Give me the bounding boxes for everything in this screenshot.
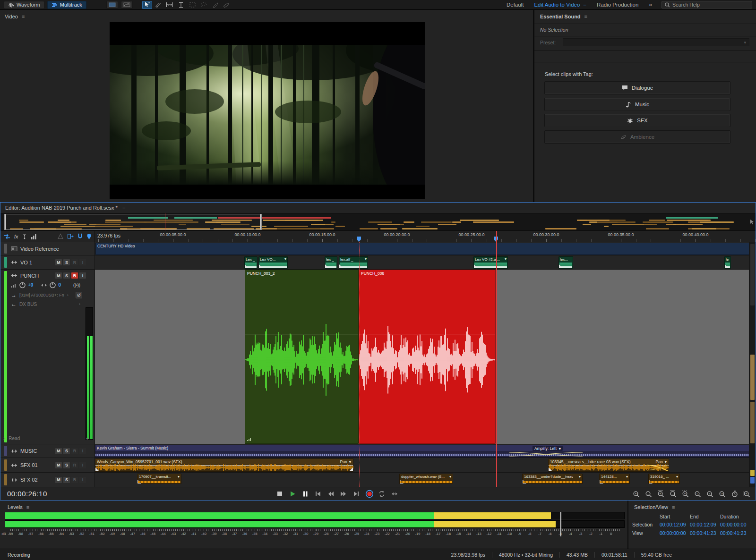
vo-clip[interactable]: lex... xyxy=(558,256,573,269)
snap-clip-icon[interactable] xyxy=(67,233,74,239)
stop-button[interactable] xyxy=(276,490,284,498)
zoom-in-left-edge-button[interactable]: ‹ xyxy=(694,490,702,498)
text-tool[interactable] xyxy=(176,1,186,9)
solo-button[interactable]: S xyxy=(63,448,70,454)
zoom-out-full-button[interactable]: – xyxy=(669,490,677,498)
fade-handle-icon[interactable] xyxy=(245,264,249,268)
chevron-down-icon[interactable]: ▾ xyxy=(284,257,286,261)
workspace-edit-audio-to-video[interactable]: Edit Audio to Video ≡ xyxy=(534,2,586,8)
fade-handle-icon[interactable] xyxy=(325,264,329,268)
view-duration[interactable]: 00:00:41:23 xyxy=(720,530,753,536)
phase-invert-button[interactable]: Ø xyxy=(76,292,82,298)
mute-button[interactable]: M xyxy=(55,448,62,454)
sfx-clip[interactable]: 144128...▾ xyxy=(599,474,630,484)
marker-pin-icon[interactable] xyxy=(86,233,92,239)
panel-menu-icon[interactable]: ≡ xyxy=(584,14,587,19)
waveform-view-button[interactable]: Waveform xyxy=(4,1,44,9)
healing-brush-tool[interactable] xyxy=(222,1,232,9)
lasso-tool[interactable] xyxy=(199,1,209,9)
sfx-clip[interactable]: 319016_ ...▾ xyxy=(648,474,680,484)
panel-menu-icon[interactable]: ≡ xyxy=(672,504,675,510)
sfx-clip-winds[interactable]: Winds_Canyon_Win_05952701_001.wav (SFX) … xyxy=(95,458,353,472)
track-header-sfx2[interactable]: SFX 02 MSRI xyxy=(0,473,95,487)
fade-handle-icon[interactable] xyxy=(400,480,404,484)
fade-handle-icon[interactable] xyxy=(725,264,729,268)
chevron-down-icon[interactable]: ▾ xyxy=(676,475,678,479)
vo-clip[interactable]: le xyxy=(724,256,731,269)
workspace-default[interactable]: Default xyxy=(507,2,524,8)
volume-envelope[interactable] xyxy=(359,334,495,334)
punch-in-marker[interactable] xyxy=(357,237,361,242)
tag-button-dialogue[interactable]: Dialogue xyxy=(544,81,730,94)
pan-knob[interactable] xyxy=(49,281,56,288)
pan-envelope-dropdown[interactable]: Pan▾ xyxy=(340,459,351,464)
tag-button-ambience[interactable]: Ambience xyxy=(544,130,730,144)
skip-to-end-button[interactable] xyxy=(352,490,360,498)
magnet-snap-icon[interactable] xyxy=(77,233,83,239)
monitor-input-icon[interactable]: ((•)) xyxy=(73,283,80,288)
tag-button-music[interactable]: Music xyxy=(544,98,730,111)
workspace-menu-icon[interactable]: ≡ xyxy=(583,2,586,8)
pan-envelope-dropdown[interactable]: Pan▾ xyxy=(656,459,667,464)
volume-envelope[interactable] xyxy=(95,453,755,453)
overview-viewport-handle[interactable] xyxy=(4,214,262,230)
fade-handle-icon[interactable] xyxy=(600,480,603,484)
workspace-overflow-icon[interactable]: » xyxy=(649,1,652,8)
input-source[interactable]: [01M] AT2020USB+: Fn xyxy=(19,293,64,297)
zoom-out-button[interactable]: – xyxy=(644,490,653,498)
zoom-in-full-button[interactable]: + xyxy=(657,490,665,498)
loop-playback-button[interactable] xyxy=(378,490,386,498)
skip-to-start-button[interactable] xyxy=(314,490,322,498)
record-arm-button[interactable]: R xyxy=(71,272,78,279)
view-end[interactable]: 00:00:41:23 xyxy=(690,530,720,536)
mute-button[interactable]: M xyxy=(55,272,62,279)
punch-take-clip-green[interactable]: PUNCH_003_2 xyxy=(245,270,359,444)
fade-handle-icon[interactable] xyxy=(137,480,141,484)
metronome-icon[interactable] xyxy=(57,233,64,239)
collapse-arrow-icon[interactable]: › xyxy=(3,436,5,441)
selection-end[interactable]: 00:00:12:09 xyxy=(690,522,720,527)
chevron-down-icon[interactable]: ▾ xyxy=(365,257,367,261)
music-clip[interactable]: Kevin Graham - Sierra - Summit (Music) A… xyxy=(95,445,756,458)
search-help-box[interactable] xyxy=(662,1,752,8)
track-header-punch[interactable]: PUNCH MSRI +0 0 ((•)) → [01M] AT2020USB+… xyxy=(0,270,95,444)
fade-handle-icon[interactable] xyxy=(349,467,353,471)
panel-menu-icon[interactable]: ≡ xyxy=(22,14,25,19)
fade-handle-icon[interactable] xyxy=(474,264,478,268)
pause-button[interactable] xyxy=(301,490,309,498)
envelope-type-dropdown[interactable]: Amplify: Left ▾ xyxy=(533,446,563,451)
fast-forward-button[interactable] xyxy=(340,490,347,498)
mute-button[interactable]: M xyxy=(55,462,62,468)
record-arm-button[interactable]: R xyxy=(71,462,78,468)
search-input[interactable] xyxy=(672,2,749,8)
current-timecode[interactable]: 00:00:26:10 xyxy=(7,490,47,498)
solo-button[interactable]: S xyxy=(63,272,70,279)
solo-button[interactable]: S xyxy=(63,259,70,265)
metering-icon[interactable] xyxy=(31,234,37,239)
selection-start[interactable]: 00:00:12:09 xyxy=(660,522,690,527)
chevron-down-icon[interactable]: ▾ xyxy=(579,475,581,479)
sfx-clip[interactable]: 170907__kramstt...▾ xyxy=(137,474,181,484)
chevron-down-icon[interactable]: ▾ xyxy=(449,475,451,479)
vo-clip[interactable]: lex _ xyxy=(325,256,337,269)
record-arm-button[interactable]: R xyxy=(71,448,78,454)
volume-knob[interactable] xyxy=(19,281,26,288)
marquee-tool[interactable] xyxy=(188,1,198,9)
track-header-music[interactable]: MUSIC MSRI xyxy=(0,444,95,458)
record-arm-button[interactable]: R xyxy=(71,477,78,483)
razor-tool[interactable] xyxy=(154,1,163,9)
paintbrush-tool[interactable] xyxy=(210,1,220,9)
punch-recording-clip-red[interactable]: PUNCH_008 xyxy=(359,270,496,444)
timeline-ruler[interactable]: 23.976 fps 00:00:05:00.000:00:10:00.000:… xyxy=(95,231,756,242)
fade-handle-icon[interactable] xyxy=(559,264,563,268)
waveform-display-toggle[interactable] xyxy=(106,1,118,8)
preset-dropdown[interactable]: ▾ xyxy=(563,38,749,46)
zoom-in-button[interactable]: + xyxy=(632,490,640,498)
output-bus[interactable]: DX BUS xyxy=(19,302,37,307)
input-monitor-button[interactable]: I xyxy=(79,462,86,468)
vo-clip[interactable]: Lex VO #2.ai...▾ xyxy=(473,256,508,269)
slip-tool[interactable] xyxy=(165,1,175,9)
solo-button[interactable]: S xyxy=(63,477,70,483)
sfx-clip[interactable]: doppler_whoosh.wav (S...▾ xyxy=(399,474,453,484)
input-monitor-button[interactable]: I xyxy=(79,448,86,454)
